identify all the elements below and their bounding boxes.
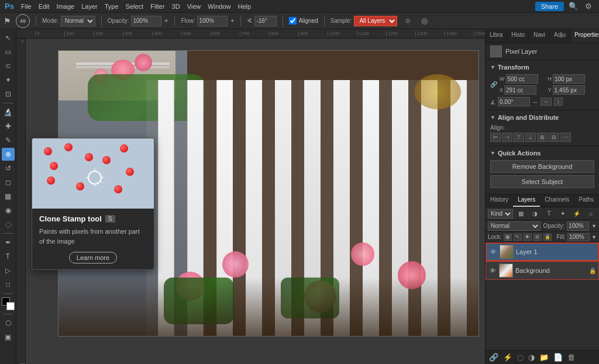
new-layer-btn[interactable]: 📄: [553, 353, 563, 362]
align-left-btn[interactable]: ⊢: [490, 133, 501, 142]
lock-all-btn[interactable]: 🔒: [543, 234, 552, 241]
height-input[interactable]: [553, 74, 585, 84]
opacity-input[interactable]: [131, 16, 161, 26]
select-subject-button[interactable]: Select Subject: [490, 175, 594, 188]
menu-layer[interactable]: Layer: [81, 3, 98, 10]
sample-select[interactable]: All Layers: [354, 16, 397, 26]
gradient-tool[interactable]: ▦: [2, 190, 15, 203]
eraser-tool[interactable]: ◻: [2, 176, 15, 189]
menu-3d[interactable]: 3D: [172, 3, 180, 10]
quick-mask-tool[interactable]: ⬡: [2, 317, 15, 330]
aligned-checkbox[interactable]: [289, 17, 297, 25]
ignore-adj-btn[interactable]: ⊙: [402, 15, 414, 27]
new-fill-adj-btn[interactable]: ◑: [528, 353, 535, 362]
filter-effect-btn[interactable]: ⚡: [571, 208, 583, 220]
remove-background-button[interactable]: Remove Background: [490, 160, 594, 173]
layer-item-background[interactable]: 👁 Background 🔒: [486, 261, 599, 280]
new-group-btn[interactable]: 📁: [539, 353, 549, 362]
background-color[interactable]: [6, 302, 15, 310]
flow-input[interactable]: [197, 16, 228, 26]
align-bottom-btn[interactable]: ⊟: [549, 133, 559, 142]
delete-layer-btn[interactable]: 🗑: [567, 353, 575, 362]
distribute-btn[interactable]: ⋯: [560, 133, 571, 142]
lock-artboard-btn[interactable]: ⊞: [533, 234, 542, 241]
clone-stamp-tool[interactable]: ⊕: [2, 148, 15, 161]
magic-wand-tool[interactable]: ✦: [2, 74, 15, 86]
menu-edit[interactable]: Edit: [39, 3, 50, 10]
screen-mode-btn[interactable]: ▣: [2, 331, 15, 344]
opacity-value-input[interactable]: [567, 221, 589, 231]
tab-navi[interactable]: Navi: [529, 29, 550, 43]
lasso-tool[interactable]: ⊂: [2, 60, 15, 72]
angle-input[interactable]: [254, 16, 277, 26]
menu-help[interactable]: Help: [237, 3, 251, 10]
menu-file[interactable]: File: [21, 3, 32, 10]
filter-adj-btn[interactable]: ◑: [529, 208, 541, 220]
align-right-btn[interactable]: ⊤: [514, 133, 524, 142]
history-brush-tool[interactable]: ↺: [2, 162, 15, 175]
lock-image-btn[interactable]: ✎: [514, 234, 522, 241]
filter-pixel-btn[interactable]: ▦: [515, 208, 527, 220]
menu-filter[interactable]: Filter: [150, 3, 164, 10]
menu-window[interactable]: Window: [208, 3, 230, 10]
tab-history[interactable]: History: [486, 195, 513, 207]
flip-h-btn[interactable]: ↔: [541, 98, 552, 106]
eyedropper-tool[interactable]: 🔬: [2, 106, 15, 119]
tab-adju[interactable]: Adju: [550, 29, 570, 43]
pressure-size-btn[interactable]: ◎: [418, 15, 430, 27]
crop-tool[interactable]: ⊡: [2, 88, 15, 100]
opacity-chevron[interactable]: ▼: [591, 223, 597, 229]
blend-mode-select[interactable]: Normal: [488, 221, 541, 231]
color-swatches[interactable]: [2, 297, 15, 310]
tab-properties[interactable]: Properties: [570, 29, 599, 43]
settings-icon-btn[interactable]: ⚙: [583, 1, 594, 12]
ps-logo[interactable]: Ps: [5, 2, 14, 11]
layer-item-1[interactable]: 👁 Layer 1: [486, 242, 599, 261]
add-mask-btn[interactable]: ◌: [517, 353, 524, 362]
share-button[interactable]: Share: [535, 2, 564, 11]
blur-tool[interactable]: ◉: [2, 204, 15, 217]
lock-transparent-btn[interactable]: ▦: [504, 234, 512, 241]
menu-image[interactable]: Image: [57, 3, 75, 10]
filter-shape-btn[interactable]: ✦: [557, 208, 569, 220]
add-layer-style-btn[interactable]: ⚡: [503, 353, 512, 362]
width-input[interactable]: [506, 74, 538, 84]
tab-libra[interactable]: Libra: [486, 29, 507, 43]
filter-toggle-btn[interactable]: ○: [585, 208, 597, 220]
link-layers-btn[interactable]: 🔗: [489, 353, 498, 362]
path-selection-tool[interactable]: ▷: [2, 264, 15, 277]
pen-tool[interactable]: ✒: [2, 236, 15, 249]
move-tool[interactable]: ↖: [2, 32, 15, 44]
layers-kind-select[interactable]: Kind: [488, 209, 513, 219]
tab-histo[interactable]: Histo: [507, 29, 529, 43]
layer-1-visibility[interactable]: 👁: [489, 248, 497, 256]
tab-paths[interactable]: Paths: [574, 195, 598, 207]
tab-channels[interactable]: Channels: [540, 195, 574, 207]
search-icon-btn[interactable]: 🔍: [567, 1, 579, 12]
background-visibility[interactable]: 👁: [488, 266, 497, 275]
fill-chevron[interactable]: ▼: [591, 234, 597, 240]
x-input[interactable]: [504, 85, 536, 95]
text-tool[interactable]: T: [2, 250, 15, 263]
lock-position-btn[interactable]: ✚: [524, 234, 532, 241]
align-top-btn[interactable]: ⊥: [525, 133, 536, 142]
shape-tool[interactable]: □: [2, 278, 15, 291]
dodge-tool[interactable]: ◌: [2, 218, 15, 231]
mode-select[interactable]: Normal: [61, 16, 95, 26]
spot-healing-tool[interactable]: ✚: [2, 120, 15, 133]
tab-layers[interactable]: Layers: [513, 195, 540, 207]
fill-value-input[interactable]: [567, 233, 590, 241]
filter-type-btn[interactable]: T: [543, 208, 555, 220]
menu-view[interactable]: View: [187, 3, 201, 10]
learn-more-button[interactable]: Learn more: [69, 252, 117, 264]
align-center-v-btn[interactable]: ⊞: [537, 133, 548, 142]
brush-tool[interactable]: ✎: [2, 134, 15, 147]
brush-size-display[interactable]: 49: [16, 14, 30, 28]
menu-select[interactable]: Select: [126, 3, 144, 10]
y-input[interactable]: [553, 85, 585, 95]
rectangular-marquee-tool[interactable]: ▭: [2, 46, 15, 58]
align-center-h-btn[interactable]: ⊣: [502, 133, 512, 142]
menu-type[interactable]: Type: [105, 3, 119, 10]
flip-v-btn[interactable]: ↕: [554, 98, 563, 106]
angle-input[interactable]: [498, 97, 530, 106]
